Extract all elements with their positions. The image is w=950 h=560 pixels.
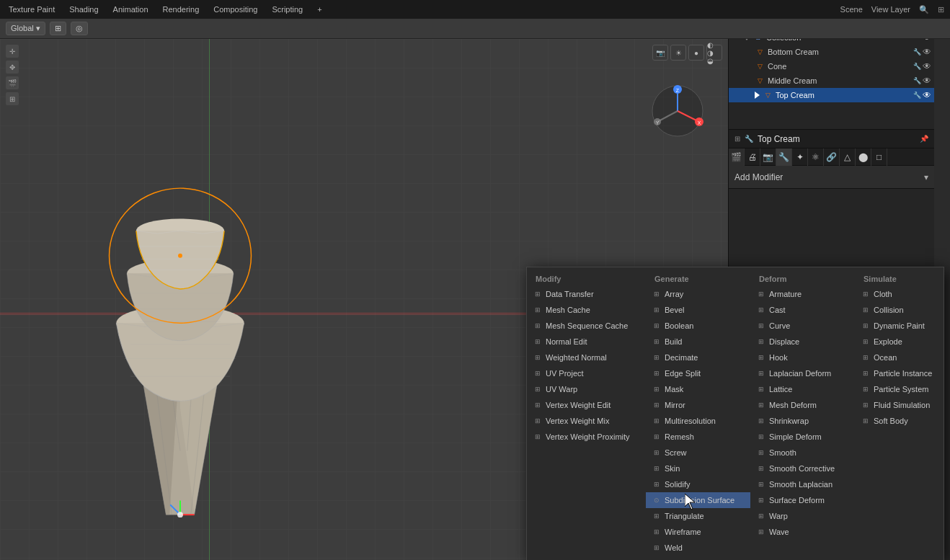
decimate-item[interactable]: ⊞ Decimate (646, 350, 750, 365)
particle-instance-item[interactable]: ⊞ Particle Instance (855, 365, 950, 381)
lattice-item[interactable]: ⊞ Lattice (750, 381, 855, 397)
particles-props-tab[interactable]: ✦ (792, 148, 808, 166)
menu-shading[interactable]: Shading (66, 4, 101, 15)
menu-rendering[interactable]: Rendering (160, 4, 203, 15)
vertex-weight-proximity-item[interactable]: ⊞ Vertex Weight Proximity (527, 429, 646, 445)
physics-props-tab[interactable]: ⚛ (808, 148, 824, 166)
output-props-tab[interactable]: 🖨 (745, 148, 760, 166)
outliner-bottom-cream[interactable]: ▽ Bottom Cream 🔧 👁 (729, 45, 934, 59)
mask-item[interactable]: ⊞ Mask (646, 381, 750, 397)
particle-system-item[interactable]: ⊞ Particle System (855, 381, 950, 397)
snap-button[interactable]: ⊞ (50, 22, 66, 35)
hook-item[interactable]: ⊞ Hook (750, 350, 855, 365)
menu-compositing[interactable]: Compositing (210, 4, 260, 15)
mesh-deform-item[interactable]: ⊞ Mesh Deform (750, 397, 855, 413)
weld-item[interactable]: ⊞ Weld (646, 540, 750, 556)
material-props-tab[interactable]: ⬤ (856, 148, 871, 166)
triangulate-item[interactable]: ⊞ Triangulate (646, 508, 750, 524)
normal-edit-item[interactable]: ⊞ Normal Edit (527, 334, 646, 350)
grid-tool[interactable]: ⊞ (6, 92, 19, 105)
laplacian-deform-item[interactable]: ⊞ Laplacian Deform (750, 365, 855, 381)
collision-item[interactable]: ⊞ Collision (855, 302, 950, 318)
modifier-props-tab[interactable]: 🔧 (776, 148, 792, 166)
multiresolution-item[interactable]: ⊞ Multiresolution (646, 413, 750, 429)
cloth-item[interactable]: ⊞ Cloth (855, 286, 950, 302)
sun-icon[interactable]: ☀ (670, 45, 686, 61)
cone-visibility-icon[interactable]: 👁 (923, 61, 933, 71)
modifier-tab-icon[interactable]: 🔧 (745, 135, 753, 143)
array-item[interactable]: ⊞ Array (646, 286, 750, 302)
outliner-cone[interactable]: ▽ Cone 🔧 👁 (729, 59, 934, 74)
remesh-item[interactable]: ⊞ Remesh (646, 429, 750, 445)
uv-project-item[interactable]: ⊞ UV Project (527, 365, 646, 381)
constraints-props-tab[interactable]: 🔗 (824, 148, 840, 166)
build-item[interactable]: ⊞ Build (646, 334, 750, 350)
uv-warp-item[interactable]: ⊞ UV Warp (527, 381, 646, 397)
filter-icon[interactable]: ⊞ (938, 5, 944, 14)
top-cream-visibility-icon[interactable]: 👁 (923, 90, 933, 100)
collision-icon: ⊞ (861, 305, 871, 315)
camera-icon[interactable]: 📷 (652, 45, 668, 61)
smooth-laplacian-item[interactable]: ⊞ Smooth Laplacian (750, 476, 855, 492)
skin-item[interactable]: ⊞ Skin (646, 461, 750, 476)
surface-deform-item[interactable]: ⊞ Surface Deform (750, 492, 855, 508)
subdivision-surface-item[interactable]: ⊙ Subdivision Surface (646, 492, 750, 508)
smooth-item[interactable]: ⊞ Smooth (750, 445, 855, 461)
ocean-item[interactable]: ⊞ Ocean (855, 350, 950, 365)
cursor-tool[interactable]: ✛ (6, 45, 19, 58)
data-transfer-item[interactable]: ⊞ Data Transfer (527, 286, 646, 302)
screw-item[interactable]: ⊞ Screw (646, 445, 750, 461)
boolean-item[interactable]: ⊞ Boolean (646, 318, 750, 334)
soft-body-item[interactable]: ⊞ Soft Body (855, 413, 950, 429)
middle-cream-visibility-icon[interactable]: 👁 (923, 76, 933, 86)
move-tool[interactable]: ✥ (6, 61, 19, 74)
outliner-middle-cream[interactable]: ▽ Middle Cream 🔧 👁 (729, 74, 934, 88)
menu-animation[interactable]: Animation (110, 4, 151, 15)
expand-top-cream[interactable] (755, 92, 760, 99)
curve-item[interactable]: ⊞ Curve (750, 318, 855, 334)
modifier-dropdown[interactable]: Modify ⊞ Data Transfer ⊞ Mesh Cache ⊞ Me… (526, 267, 944, 560)
object-props-tab[interactable]: □ (871, 148, 887, 166)
sphere-icon[interactable]: ● (688, 45, 704, 61)
simple-deform-item[interactable]: ⊞ Simple Deform (750, 429, 855, 445)
shrinkwrap-item[interactable]: ⊞ Shrinkwrap (750, 413, 855, 429)
wave-item[interactable]: ⊞ Wave (750, 524, 855, 540)
warp-item[interactable]: ⊞ Warp (750, 508, 855, 524)
props-pin-icon[interactable]: 📌 (920, 135, 928, 143)
view-layer-props-tab[interactable]: 📷 (760, 148, 776, 166)
vertex-weight-edit-item[interactable]: ⊞ Vertex Weight Edit (527, 397, 646, 413)
shading-mode[interactable]: ◐ ◑ ◒ (706, 45, 722, 61)
camera-tool[interactable]: 🎬 (6, 76, 19, 89)
mirror-item[interactable]: ⊞ Mirror (646, 397, 750, 413)
mesh-seq-cache-item[interactable]: ⊞ Mesh Sequence Cache (527, 318, 646, 334)
dynamic-paint-item[interactable]: ⊞ Dynamic Paint (855, 318, 950, 334)
fluid-simulation-item[interactable]: ⊞ Fluid Simulation (855, 397, 950, 413)
props-back-icon[interactable]: ⊞ (734, 135, 740, 143)
add-modifier-button[interactable]: Add Modifier ▾ (729, 166, 934, 189)
edge-split-item[interactable]: ⊞ Edge Split (646, 365, 750, 381)
displace-item[interactable]: ⊞ Displace (750, 334, 855, 350)
search-icon[interactable]: 🔍 (919, 5, 929, 14)
proportional-edit-button[interactable]: ◎ (71, 22, 88, 35)
explode-item[interactable]: ⊞ Explode (855, 334, 950, 350)
render-props-tab[interactable]: 🎬 (729, 148, 745, 166)
modify-column: Modify ⊞ Data Transfer ⊞ Mesh Cache ⊞ Me… (527, 267, 646, 560)
vertex-weight-mix-item[interactable]: ⊞ Vertex Weight Mix (527, 413, 646, 429)
armature-item[interactable]: ⊞ Armature (750, 286, 855, 302)
menu-scripting[interactable]: Scripting (269, 4, 306, 15)
wireframe-item[interactable]: ⊞ Wireframe (646, 524, 750, 540)
transform-orientation-selector[interactable]: Global ▾ (6, 22, 45, 35)
cast-item[interactable]: ⊞ Cast (750, 302, 855, 318)
particle-instance-icon: ⊞ (861, 368, 871, 378)
smooth-corrective-item[interactable]: ⊞ Smooth Corrective (750, 461, 855, 476)
solidify-item[interactable]: ⊞ Solidify (646, 476, 750, 492)
bevel-item[interactable]: ⊞ Bevel (646, 302, 750, 318)
add-workspace-button[interactable]: + (314, 4, 324, 15)
outliner-top-cream[interactable]: ▽ Top Cream 🔧 👁 (729, 88, 934, 102)
mesh-cache-item[interactable]: ⊞ Mesh Cache (527, 302, 646, 318)
bottom-cream-visibility-icon[interactable]: 👁 (923, 47, 933, 57)
data-props-tab[interactable]: △ (840, 148, 856, 166)
weighted-normal-item[interactable]: ⊞ Weighted Normal (527, 350, 646, 365)
left-toolbar: ✛ ✥ 🎬 ⊞ (6, 45, 19, 105)
menu-texture-paint[interactable]: Texture Paint (6, 4, 58, 15)
